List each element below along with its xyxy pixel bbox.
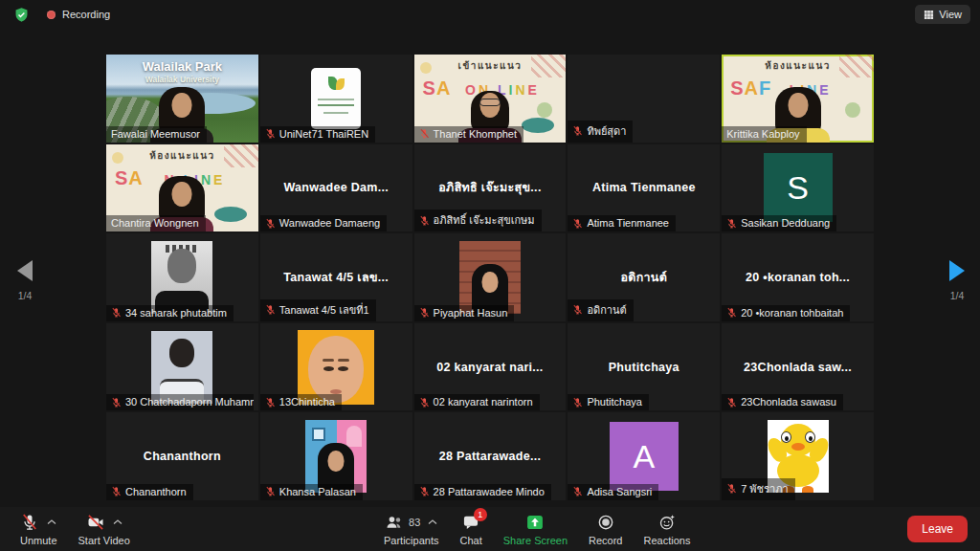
tile-chinticha[interactable]: 13Chinticha: [260, 323, 412, 411]
participants-icon: [385, 513, 404, 532]
unmute-button[interactable]: Unmute: [10, 509, 68, 550]
page-indicator: 1/4: [940, 290, 974, 301]
grid-view-icon: [924, 10, 934, 20]
participant-name: อภิสิทธิ์ เจ๊ะมะสุขเกษม: [434, 211, 535, 229]
tile-phutitchaya[interactable]: Phutitchaya Phutitchaya: [568, 323, 720, 411]
share-screen-button[interactable]: Share Screen: [493, 509, 578, 550]
reactions-smiley-icon: [657, 513, 677, 532]
zoom-meeting-window: Recording View Walailak Park Walailak Un…: [0, 0, 980, 551]
start-video-button[interactable]: Start Video: [68, 509, 141, 550]
chevron-up-icon[interactable]: [113, 519, 122, 525]
page-indicator: 1/4: [8, 290, 42, 301]
window: [312, 428, 325, 441]
meeting-toolbar: Unmute Start Video 83 Participants: [0, 507, 980, 551]
muted-mic-icon: [265, 128, 276, 139]
banner-thai-title: ห้องแนะแนว: [106, 148, 258, 163]
tile-thanet-khomphet[interactable]: เข้าแนะแนว SA ON LINE Thanet Khomphet: [414, 55, 567, 143]
name-label: Tanawat 4/5 เลขที่1: [260, 299, 376, 321]
chevron-up-icon[interactable]: [47, 519, 56, 525]
participant-name: 20 •koranan tohbaitah: [741, 307, 843, 319]
photo-avatar: [298, 330, 374, 405]
chat-label: Chat: [459, 535, 481, 546]
tile-uninet71-thairen[interactable]: UniNet71 ThaiREN: [260, 55, 412, 143]
duck-foot: [802, 486, 813, 493]
name-label: Phutitchaya: [568, 394, 648, 410]
tile-atima-tienmanee[interactable]: Atima Tienmanee Atima Tienmanee: [568, 144, 720, 232]
muted-mic-icon: [726, 218, 737, 229]
tile-krittika-kabploy[interactable]: ห้องแนะแนว SAF LINE Krittika Kabploy: [722, 55, 874, 143]
next-page-arrow-icon[interactable]: [949, 260, 965, 281]
participants-button[interactable]: 83 Participants: [373, 509, 449, 550]
logo-text-line: [318, 99, 354, 100]
display-name: 20 •koranan toh...: [746, 271, 850, 284]
tile-koranan-tohbaitah[interactable]: 20 •koranan toh... 20 •koranan tohbaitah: [722, 233, 874, 321]
name-label: ทิพย์สุดา: [568, 121, 633, 143]
name-label: อดิกานต์: [568, 299, 633, 321]
participant-name: Khansa Palasan: [279, 486, 356, 497]
tile-adisa-sangsri[interactable]: A Adisa Sangsri: [568, 412, 720, 500]
tile-tanawat[interactable]: Tanawat 4/5 เลข... Tanawat 4/5 เลขที่1: [260, 233, 412, 321]
logo-leaf-yellow: [336, 78, 345, 90]
tile-chatchadaporn-muhammad[interactable]: 30 Chatchadaporn Muhammad: [106, 323, 258, 411]
display-name: 02 kanyarat nari...: [436, 361, 543, 374]
participant-name: อดิกานต์: [587, 301, 626, 319]
muted-mic-icon: [572, 218, 583, 229]
record-label: Record: [589, 535, 622, 546]
face: [328, 451, 345, 472]
logo-card: [311, 68, 361, 129]
security-shield-icon[interactable]: [13, 7, 30, 23]
glasses: [479, 99, 501, 106]
name-label: 34 saharak phutabtim: [106, 305, 234, 321]
logo-text-line: [323, 112, 348, 114]
muted-mic-icon: [111, 486, 122, 496]
name-label: Adisa Sangsri: [568, 484, 658, 500]
tile-chonlada-sawasu[interactable]: 23Chonlada saw... 23Chonlada sawasu: [722, 323, 874, 411]
tile-phatcharapa[interactable]: 7 พัชราภา: [722, 412, 874, 500]
reactions-label: Reactions: [643, 535, 690, 546]
record-button[interactable]: Record: [578, 509, 633, 550]
video-off-icon: [86, 513, 105, 532]
tile-chananthorn[interactable]: Chananthorn Chananthorn: [106, 412, 258, 500]
name-label: Chananthorn: [106, 484, 193, 500]
participant-grid: Walailak Park Walailak University Fawala…: [106, 55, 874, 500]
photo-avatar: [459, 241, 521, 314]
muted-mic-icon: [265, 397, 276, 408]
reactions-button[interactable]: Reactions: [633, 509, 701, 550]
participant-name: Atima Tienmanee: [587, 217, 669, 229]
tile-fawalai-meemusor[interactable]: Walailak Park Walailak University Fawala…: [106, 55, 258, 143]
participant-name: 30 Chatchadaporn Muhammad: [125, 396, 254, 408]
participant-name: Krittika Kabploy: [726, 128, 799, 140]
next-page-nav: 1/4: [940, 260, 974, 301]
tile-pattarawadee-mindo[interactable]: 28 Pattarawade... 28 Pattarawadee Mindo: [414, 412, 567, 500]
chevron-up-icon[interactable]: [428, 519, 437, 525]
display-name: Tanawat 4/5 เลข...: [283, 268, 389, 287]
tile-chantira-wongnen[interactable]: ห้องแนะแนว SA N LINE Chantira Wongnen: [106, 144, 258, 232]
tile-thipsuda[interactable]: ทิพย์สุดา: [568, 55, 720, 143]
tile-adikan[interactable]: อดิกานต์ อดิกานต์: [568, 233, 720, 321]
name-label: 20 •koranan tohbaitah: [722, 305, 850, 321]
previous-page-arrow-icon[interactable]: [17, 260, 33, 281]
tile-sasikan-dedduang[interactable]: S Sasikan Dedduang: [722, 144, 874, 232]
tile-khansa-palasan[interactable]: Khansa Palasan: [260, 412, 412, 500]
duck-beak: [791, 443, 805, 451]
letter-avatar: S: [764, 153, 833, 222]
tile-wanwadee-damaeng[interactable]: Wanwadee Dam... Wanwadee Damaeng: [260, 144, 412, 232]
leave-button[interactable]: Leave: [907, 516, 968, 542]
tile-apisit[interactable]: อภิสิทธิ เจ๊ะมะสุข... อภิสิทธิ์ เจ๊ะมะสุ…: [414, 144, 567, 232]
unmute-label: Unmute: [20, 535, 57, 546]
tile-saharak-phutabtim[interactable]: 34 saharak phutabtim: [106, 233, 258, 321]
video-banner-subtitle: Walailak University: [106, 75, 258, 84]
view-button[interactable]: View: [915, 5, 970, 24]
video-banner-title: Walailak Park: [106, 59, 258, 74]
face: [308, 336, 364, 403]
tile-kanyarat-narintorn[interactable]: 02 kanyarat nari... 02 kanyarat narintor…: [414, 323, 567, 411]
chat-button[interactable]: 1 Chat: [449, 509, 492, 550]
duck-pupil: [785, 436, 789, 441]
tile-piyaphat-hasun[interactable]: Piyaphat Hasun: [414, 233, 567, 321]
recording-dot-icon: [47, 11, 56, 19]
record-icon: [596, 513, 615, 532]
name-label: 23Chonlada sawasu: [722, 394, 843, 410]
display-name: 28 Pattarawade...: [439, 450, 542, 463]
name-label: Thanet Khomphet: [414, 126, 523, 143]
duck-eye: [781, 431, 791, 443]
